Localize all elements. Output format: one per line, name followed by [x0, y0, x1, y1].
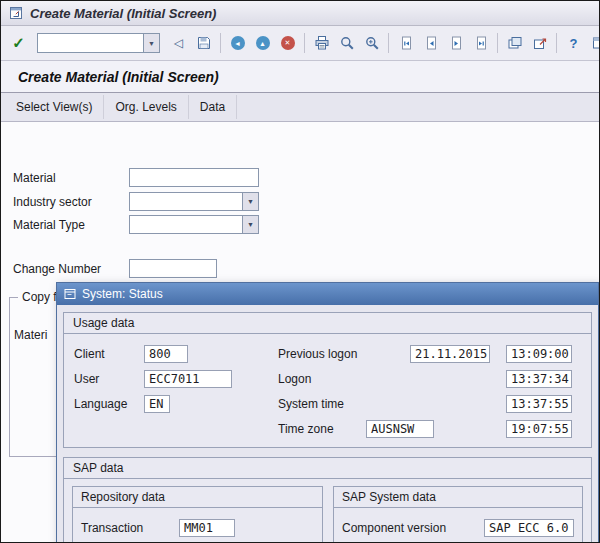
save-button[interactable] — [192, 31, 215, 55]
chevron-down-icon: ▼ — [148, 40, 155, 47]
component-version-label: Component version — [342, 521, 484, 535]
transaction-value-field: MM01 — [179, 519, 235, 537]
previous-logon-time-field: 13:09:00 — [506, 345, 572, 363]
command-dropdown-button[interactable]: ▼ — [143, 33, 160, 53]
usage-data-title: Usage data — [64, 313, 591, 334]
component-version-value-field: SAP ECC 6.0 — [484, 519, 574, 537]
sap-data-title: SAP data — [64, 458, 591, 479]
system-time-field: 13:37:55 — [506, 395, 572, 413]
user-value-field: ECC7011 — [144, 370, 232, 388]
cancel-button[interactable]: ✕ — [276, 31, 299, 55]
system-time-label: System time — [278, 397, 366, 411]
sap-system-data-title: SAP System data — [334, 487, 582, 508]
collapse-button[interactable]: ◁ — [167, 31, 190, 55]
select-views-button[interactable]: Select View(s) — [5, 95, 104, 119]
time-zone-time-field: 19:07:55 — [506, 420, 572, 438]
save-icon — [196, 35, 212, 51]
change-number-label: Change Number — [13, 262, 129, 276]
material-row: Material — [13, 168, 259, 187]
last-page-button[interactable] — [469, 31, 492, 55]
language-value-field: EN — [144, 395, 170, 413]
previous-logon-row: Previous logon 21.11.2015 13:09:00 — [278, 341, 581, 366]
industry-sector-label: Industry sector — [13, 195, 129, 209]
material-type-label: Material Type — [13, 218, 129, 232]
create-shortcut-button[interactable] — [528, 31, 551, 55]
transaction-label: Transaction — [81, 521, 179, 535]
transaction-row: Transaction MM01 — [81, 515, 314, 540]
previous-page-button[interactable] — [419, 31, 442, 55]
client-value-field: 800 — [144, 345, 188, 363]
user-row: User ECC7011 — [74, 366, 264, 391]
find-next-button[interactable] — [360, 31, 383, 55]
cancel-icon: ✕ — [281, 36, 295, 50]
change-number-input[interactable] — [129, 259, 217, 278]
customize-button[interactable] — [587, 31, 599, 55]
command-field: ▼ — [37, 33, 160, 53]
industry-sector-row: Industry sector ▼ — [13, 192, 259, 211]
window-title: Create Material (Initial Screen) — [30, 6, 216, 21]
usage-data-body: Client 800 User ECC7011 Language EN — [64, 334, 591, 447]
toolbar-separator — [497, 33, 498, 53]
toolbar-separator — [388, 33, 389, 53]
logon-time-field: 13:37:34 — [506, 370, 572, 388]
application-toolbar: Select View(s) Org. Levels Data — [1, 93, 599, 122]
client-label: Client — [74, 347, 144, 361]
toolbar-separator — [304, 33, 305, 53]
usage-left-column: Client 800 User ECC7011 Language EN — [74, 341, 264, 441]
sap-system-data-group: SAP System data Component version SAP EC… — [333, 486, 583, 543]
create-shortcut-icon — [532, 35, 548, 51]
dialog-titlebar[interactable]: System: Status — [57, 283, 598, 305]
exit-icon: ▲ — [256, 36, 270, 50]
toolbar: ✓▼◁◄▲✕? — [1, 26, 599, 61]
sap-data-group: SAP data Repository data Transaction MM0… — [63, 457, 592, 543]
find-next-icon — [364, 35, 380, 51]
last-page-icon — [473, 35, 489, 51]
time-zone-value-field: AUSNSW — [366, 420, 434, 438]
chevron-down-icon: ▼ — [247, 198, 254, 205]
material-type-dropdown-button[interactable]: ▼ — [243, 215, 259, 234]
first-page-button[interactable] — [394, 31, 417, 55]
client-row: Client 800 — [74, 341, 264, 366]
logon-label: Logon — [278, 372, 366, 386]
back-button[interactable]: ◄ — [226, 31, 249, 55]
usage-right-column: Previous logon 21.11.2015 13:09:00 Logon… — [264, 341, 581, 441]
time-zone-row: Time zone AUSNSW 19:07:55 — [278, 416, 581, 441]
language-label: Language — [74, 397, 144, 411]
enter-button[interactable]: ✓ — [7, 31, 30, 55]
usage-data-group: Usage data Client 800 User ECC7011 Langu… — [63, 312, 592, 448]
material-type-input[interactable] — [129, 215, 243, 234]
org-levels-button[interactable]: Org. Levels — [104, 95, 188, 119]
customize-icon — [591, 35, 600, 51]
system-time-row: System time 13:37:55 — [278, 391, 581, 416]
print-icon — [314, 35, 330, 51]
toolbar-separator — [220, 33, 221, 53]
previous-page-icon — [423, 35, 439, 51]
data-button[interactable]: Data — [189, 95, 237, 119]
copy-from-group-label: Copy f — [18, 290, 61, 304]
component-version-row: Component version SAP ECC 6.0 — [342, 515, 574, 540]
status-dialog-icon — [64, 288, 76, 300]
system-status-dialog: System: Status Usage data Client 800 Use… — [56, 282, 599, 543]
repository-data-group: Repository data Transaction MM01 Program… — [72, 486, 323, 543]
material-label: Material — [13, 171, 129, 185]
help-button[interactable]: ? — [562, 31, 585, 55]
industry-sector-dropdown-button[interactable]: ▼ — [243, 192, 259, 211]
exit-button[interactable]: ▲ — [251, 31, 274, 55]
print-button[interactable] — [310, 31, 333, 55]
window-titlebar: Create Material (Initial Screen) — [1, 1, 599, 26]
find-button[interactable] — [335, 31, 358, 55]
previous-logon-label: Previous logon — [278, 347, 366, 361]
material-input[interactable] — [129, 168, 259, 187]
sap-window: Create Material (Initial Screen) ✓▼◁◄▲✕?… — [0, 0, 600, 543]
time-zone-label: Time zone — [278, 422, 366, 436]
dialog-body: Usage data Client 800 User ECC7011 Langu… — [57, 305, 598, 543]
logon-row: Logon 13:37:34 — [278, 366, 581, 391]
page-title: Create Material (Initial Screen) — [18, 69, 219, 85]
command-input[interactable] — [37, 33, 143, 53]
next-page-button[interactable] — [444, 31, 467, 55]
collapse-icon: ◁ — [174, 36, 183, 50]
new-session-button[interactable] — [503, 31, 526, 55]
material-type-row: Material Type ▼ — [13, 215, 259, 234]
industry-sector-input[interactable] — [129, 192, 243, 211]
dialog-title: System: Status — [82, 287, 163, 301]
